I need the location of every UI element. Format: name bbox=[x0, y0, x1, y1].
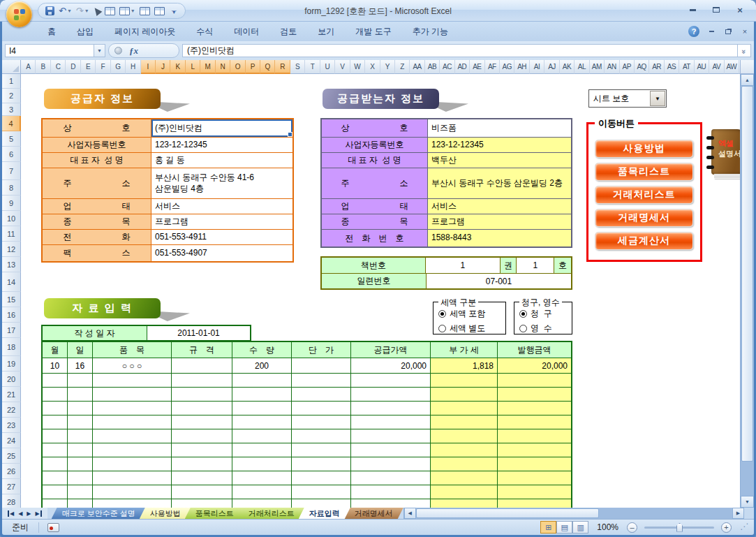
column-header-selected[interactable]: N bbox=[216, 60, 230, 74]
field-value-cell[interactable]: 051-553-4911 bbox=[151, 230, 292, 244]
data-cell[interactable] bbox=[93, 388, 172, 401]
column-header[interactable]: AB bbox=[425, 60, 440, 74]
office-button[interactable] bbox=[6, 1, 32, 27]
data-cell[interactable] bbox=[351, 388, 431, 401]
column-header-selected[interactable]: O bbox=[230, 60, 245, 74]
row-header[interactable]: 11 bbox=[2, 226, 21, 242]
column-header[interactable]: C bbox=[51, 60, 66, 74]
column-header[interactable]: AV bbox=[709, 60, 724, 74]
radio-icon[interactable] bbox=[519, 310, 527, 318]
field-value-cell[interactable]: 홍 길 동 bbox=[151, 153, 292, 168]
ribbon-tab[interactable]: 검토 bbox=[269, 23, 307, 41]
normal-view-button[interactable]: ⊞ bbox=[540, 521, 556, 534]
column-header[interactable]: Y bbox=[380, 60, 395, 74]
data-cell[interactable] bbox=[43, 429, 68, 443]
excel-manual-book-icon[interactable]: 엑셀설명서 bbox=[706, 129, 740, 179]
serial-no-value[interactable]: 07-001 bbox=[427, 274, 571, 288]
data-cell[interactable]: ○ ○ ○ bbox=[93, 358, 172, 373]
nav-button[interactable]: 사용방법 bbox=[595, 140, 693, 158]
ribbon-tab[interactable]: 홈 bbox=[37, 23, 66, 41]
column-header-selected[interactable]: P bbox=[246, 60, 260, 74]
data-cell[interactable] bbox=[232, 471, 292, 485]
data-cell[interactable] bbox=[68, 388, 93, 401]
data-cell[interactable] bbox=[43, 388, 68, 401]
row-header[interactable]: 14 bbox=[2, 272, 21, 292]
column-header-selected[interactable]: Q bbox=[260, 60, 275, 74]
data-cell[interactable] bbox=[93, 457, 172, 471]
data-cell[interactable] bbox=[172, 471, 232, 485]
data-cell[interactable] bbox=[93, 402, 172, 415]
zoom-out-button[interactable]: – bbox=[627, 522, 637, 533]
next-sheet-icon[interactable]: ▶ bbox=[27, 510, 31, 517]
data-cell[interactable] bbox=[68, 429, 93, 443]
data-cell[interactable] bbox=[68, 457, 93, 471]
data-cell[interactable] bbox=[431, 388, 498, 401]
data-cell[interactable] bbox=[498, 374, 571, 387]
vertical-scrollbar[interactable]: ▲ ▼ bbox=[740, 74, 754, 508]
data-cell[interactable] bbox=[431, 402, 498, 415]
sheet-tab[interactable]: 자료입력 bbox=[299, 508, 350, 519]
data-cell[interactable] bbox=[68, 374, 93, 387]
data-cell[interactable] bbox=[498, 457, 571, 471]
column-header[interactable]: AW bbox=[725, 60, 739, 74]
data-cell[interactable] bbox=[43, 443, 68, 457]
scroll-left-icon[interactable]: ◀ bbox=[404, 508, 416, 519]
nav-button[interactable]: 세금계산서 bbox=[595, 232, 693, 250]
data-cell[interactable] bbox=[431, 415, 498, 429]
row-header[interactable]: 24 bbox=[2, 433, 21, 448]
data-cell[interactable] bbox=[43, 457, 68, 471]
name-box[interactable]: I4 bbox=[5, 44, 94, 57]
column-header[interactable]: V bbox=[335, 60, 350, 74]
nav-button[interactable]: 거래명세서 bbox=[595, 209, 693, 227]
row-header[interactable]: 19 bbox=[2, 356, 21, 372]
book-no-issue-value[interactable]: 1 bbox=[517, 258, 554, 273]
data-cell[interactable] bbox=[498, 471, 571, 485]
column-header[interactable]: AE bbox=[470, 60, 484, 74]
column-header[interactable]: AI bbox=[530, 60, 544, 74]
row-header[interactable]: 13 bbox=[2, 257, 21, 272]
data-cell[interactable] bbox=[292, 388, 351, 401]
ribbon-tab[interactable]: 추가 기능 bbox=[402, 23, 459, 41]
minimize-button[interactable] bbox=[685, 4, 700, 15]
data-cell[interactable] bbox=[351, 415, 431, 429]
write-date-value[interactable]: 2011-01-01 bbox=[147, 326, 250, 340]
row-header[interactable]: 6 bbox=[2, 147, 21, 162]
scroll-up-icon[interactable]: ▲ bbox=[741, 74, 754, 86]
row-header[interactable]: 7 bbox=[2, 162, 21, 180]
data-cell[interactable] bbox=[498, 429, 571, 443]
column-header-selected[interactable]: K bbox=[170, 60, 185, 74]
book-no-volume-value[interactable]: 1 bbox=[426, 258, 500, 273]
field-value-cell[interactable]: 프로그램 bbox=[428, 214, 571, 229]
row-header[interactable]: 28 bbox=[2, 494, 21, 508]
formula-input[interactable]: (주)인비닷컴 bbox=[182, 44, 738, 57]
ribbon-tab[interactable]: 수식 bbox=[186, 23, 223, 41]
column-header[interactable]: T bbox=[305, 60, 320, 74]
row-header[interactable]: 26 bbox=[2, 464, 21, 479]
row-header[interactable]: 17 bbox=[2, 323, 21, 338]
column-header[interactable]: B bbox=[36, 60, 50, 74]
sheet-tab[interactable]: 매크로 보안수준 설명 bbox=[52, 508, 146, 519]
nav-button[interactable]: 품목리스트 bbox=[595, 163, 693, 181]
row-header[interactable]: 20 bbox=[2, 372, 21, 387]
radio-option[interactable]: 세액 포함 bbox=[438, 308, 505, 320]
tab-split-handle[interactable] bbox=[744, 508, 754, 519]
expand-formula-bar-button[interactable]: » bbox=[738, 44, 751, 57]
data-cell[interactable] bbox=[292, 415, 351, 429]
sheet-tab[interactable]: 거래처리스트 bbox=[238, 508, 305, 519]
column-header[interactable]: H bbox=[126, 60, 140, 74]
column-header-selected[interactable]: R bbox=[275, 60, 290, 74]
data-cell[interactable] bbox=[498, 485, 571, 499]
data-cell[interactable] bbox=[292, 402, 351, 415]
sheet-tab[interactable]: 거래명세서 bbox=[344, 508, 403, 519]
ribbon-restore-button[interactable] bbox=[723, 27, 733, 36]
row-header[interactable]: 8 bbox=[2, 180, 21, 196]
horizontal-scrollbar[interactable]: ◀ ▶ bbox=[403, 508, 754, 519]
data-cell[interactable] bbox=[292, 499, 351, 508]
data-cell[interactable] bbox=[172, 499, 232, 508]
data-cell[interactable] bbox=[351, 471, 431, 485]
data-cell[interactable] bbox=[431, 471, 498, 485]
data-cell[interactable]: 200 bbox=[232, 358, 292, 373]
data-cell[interactable] bbox=[292, 443, 351, 457]
data-cell[interactable] bbox=[431, 429, 498, 443]
sheet-canvas[interactable]: 공급자 정보 공급받는자 정보 시트 보호 ▼ 상 호 (주)인비닷컴 사업자등… bbox=[21, 74, 740, 508]
